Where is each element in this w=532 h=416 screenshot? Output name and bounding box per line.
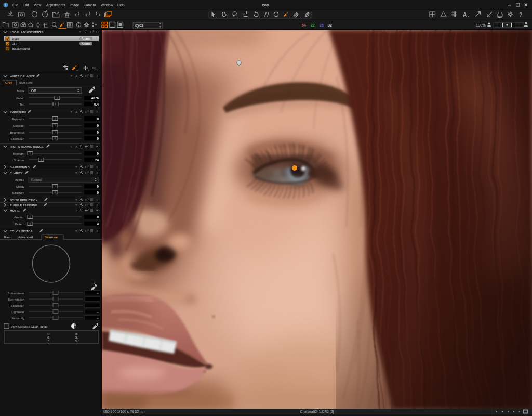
svg-text:Image: Image (70, 3, 79, 7)
svg-text:Skintone: Skintone (45, 236, 58, 239)
svg-text:Exposure: Exposure (12, 118, 25, 121)
svg-text:eyes: eyes (135, 23, 143, 28)
svg-text:R:: R: (47, 332, 50, 335)
svg-text:4876: 4876 (91, 96, 99, 100)
svg-text:22: 22 (311, 23, 315, 27)
svg-text:Method: Method (15, 178, 24, 181)
svg-text:Natural: Natural (31, 178, 42, 181)
svg-text:ISO 200 1/160 s f/8 52 mm: ISO 200 1/160 s f/8 52 mm (103, 410, 146, 413)
svg-text:G:: G: (47, 336, 51, 339)
svg-text:Basic: Basic (4, 236, 12, 239)
svg-text:Window: Window (101, 3, 113, 7)
svg-text:Highlight: Highlight (12, 152, 24, 155)
svg-text:Camera: Camera (84, 3, 96, 7)
svg-text:A: A (463, 12, 467, 18)
svg-text:Adjust: Adjust (82, 37, 91, 40)
svg-text:4: 4 (97, 222, 99, 226)
svg-text:V:: V: (75, 340, 78, 343)
svg-text:--: -- (97, 291, 99, 295)
svg-text:eyes: eyes (12, 37, 19, 41)
svg-text:Amount: Amount (14, 216, 24, 219)
svg-text:H:: H: (75, 332, 78, 335)
svg-text:--: -- (97, 297, 99, 301)
svg-text:Clarity: Clarity (16, 185, 25, 188)
svg-text:0: 0 (97, 215, 99, 219)
svg-text:Lightness: Lightness (11, 310, 24, 314)
svg-text:COLOR EDITOR: COLOR EDITOR (10, 230, 33, 233)
svg-text:2: 2 (94, 282, 96, 284)
svg-text:File: File (12, 3, 18, 7)
svg-text:0: 0 (97, 117, 99, 121)
svg-text:0: 0 (97, 191, 99, 194)
svg-text:Brightness: Brightness (10, 131, 24, 134)
svg-text:Structure: Structure (12, 191, 24, 194)
svg-text:S:: S: (75, 336, 78, 339)
svg-text:B:: B: (48, 340, 51, 343)
svg-text:skin: skin (12, 42, 19, 46)
svg-text:Tint: Tint (20, 103, 25, 106)
svg-text:i: i (5, 3, 6, 7)
svg-text:Contrast: Contrast (13, 124, 24, 127)
svg-text:Hue rotation: Hue rotation (8, 298, 24, 301)
svg-text:Advanced: Advanced (18, 236, 33, 239)
svg-text:SHARPENING: SHARPENING (10, 166, 30, 169)
svg-text:100%: 100% (476, 23, 486, 28)
svg-text:?: ? (519, 11, 522, 18)
svg-text:CGG: CGG (262, 4, 269, 7)
svg-text:Mode: Mode (17, 89, 24, 93)
svg-text:Uniformity: Uniformity (11, 317, 24, 320)
svg-text:PURPLE FRINGING: PURPLE FRINGING (10, 204, 37, 207)
svg-text:Pattern: Pattern (15, 223, 24, 226)
svg-text:0: 0 (97, 152, 99, 155)
svg-text:Adjustments: Adjustments (46, 3, 65, 7)
svg-text:Saturation: Saturation (11, 137, 24, 140)
svg-text:WHITE BALANCE: WHITE BALANCE (10, 75, 35, 78)
svg-text:0: 0 (97, 185, 99, 188)
svg-text:View: View (34, 3, 41, 7)
svg-text:Grey: Grey (5, 81, 12, 84)
svg-text:View Selected Color Range: View Selected Color Range (11, 325, 48, 328)
svg-text:EXPOSURE: EXPOSURE (10, 111, 26, 114)
svg-text:--: -- (97, 316, 99, 320)
svg-text:LOCAL ADJUSTMENTS: LOCAL ADJUSTMENTS (10, 31, 43, 34)
svg-text:Skin Tone: Skin Tone (19, 81, 33, 84)
svg-text:CLARITY: CLARITY (10, 172, 23, 175)
svg-text:25: 25 (320, 23, 324, 27)
svg-text:0.4: 0.4 (94, 102, 99, 106)
svg-text:32: 32 (328, 23, 332, 27)
svg-text:--: -- (97, 304, 99, 307)
svg-text:Saturation: Saturation (11, 304, 24, 307)
svg-text:--: -- (97, 310, 99, 314)
svg-text:Kelvin: Kelvin (16, 97, 24, 100)
svg-text:54: 54 (302, 23, 306, 27)
svg-text:Edit: Edit (23, 3, 29, 7)
svg-text:Adjust: Adjust (82, 42, 91, 45)
svg-text:Chelsea6241.CR2 [2]: Chelsea6241.CR2 [2] (300, 410, 334, 414)
svg-text:NOISE REDUCTION: NOISE REDUCTION (10, 199, 38, 202)
svg-text:0: 0 (97, 131, 99, 134)
svg-text:0: 0 (97, 137, 99, 140)
svg-text:HIGH DYNAMIC RANGE: HIGH DYNAMIC RANGE (10, 145, 44, 148)
svg-text:Help: Help (117, 3, 125, 7)
svg-text:MOIRE: MOIRE (10, 209, 20, 212)
svg-text:24: 24 (95, 158, 99, 162)
svg-text:Shadow: Shadow (14, 159, 25, 162)
svg-text:Background: Background (12, 47, 30, 50)
svg-text:Off: Off (31, 89, 36, 93)
svg-text:Smoothness: Smoothness (8, 292, 24, 295)
svg-text:0: 0 (97, 124, 99, 127)
